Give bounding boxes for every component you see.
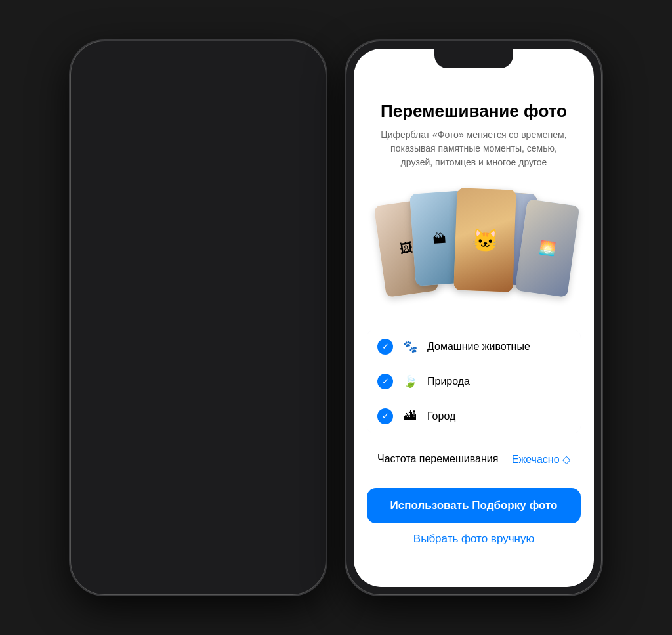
option-city[interactable]: ✓ 🏙 Город — [367, 399, 581, 433]
phone-left: Добавить новые обои × — [70, 41, 326, 595]
nature-label: Природа — [427, 376, 570, 387]
choose-manually-button[interactable]: Выбрать фото вручную — [413, 533, 534, 546]
pets-check: ✓ — [377, 339, 393, 355]
option-pets[interactable]: ✓ 🐾 Домашние животные — [367, 330, 581, 364]
pets-label: Домашние животные — [427, 341, 570, 353]
shuffle-detail-screen: Перемешивание фото Циферблат «Фото» меня… — [354, 68, 594, 587]
nature-icon: 🍃 — [402, 374, 418, 389]
use-collection-button[interactable]: Использовать Подборку фото — [367, 488, 581, 523]
city-icon: 🏙 — [402, 409, 418, 423]
phone-right: Перемешивание фото Циферблат «Фото» меня… — [346, 41, 602, 595]
pets-icon: 🐾 — [402, 339, 418, 354]
city-check: ✓ — [377, 408, 393, 424]
options-list: ✓ 🐾 Домашние животные ✓ 🍃 Природа ✓ 🏙 — [367, 330, 581, 433]
detail-title: Перемешивание фото — [381, 101, 567, 121]
city-label: Город — [427, 410, 570, 422]
photo-card-cat: 🐱 — [453, 188, 516, 292]
detail-subtitle: Циферблат «Фото» меняется со временем, п… — [367, 128, 581, 169]
frequency-value: Ежечасно ◇ — [512, 453, 570, 466]
photo-stack: 🖼 🏔 🐱 🏛 🌅 — [367, 183, 581, 314]
frequency-label: Частота перемешивания — [377, 453, 498, 465]
nature-check: ✓ — [377, 374, 393, 389]
notch-right — [434, 49, 513, 68]
option-nature[interactable]: ✓ 🍃 Природа — [367, 364, 581, 399]
frequency-row[interactable]: Частота перемешивания Ежечасно ◇ — [367, 444, 581, 475]
